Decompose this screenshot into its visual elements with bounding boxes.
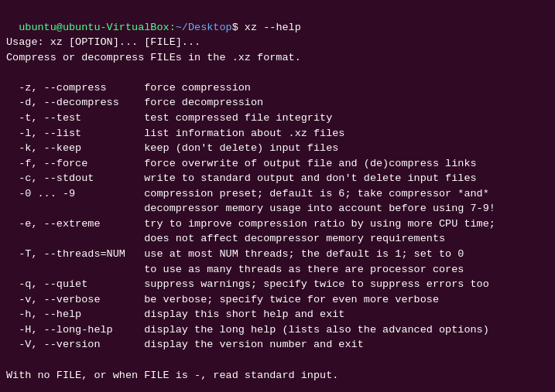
- output-line-blank-3: [6, 384, 12, 392]
- output-line-8: -f, --force force overwrite of output fi…: [6, 158, 477, 169]
- output-line-11: decompressor memory usage into account b…: [6, 203, 495, 214]
- output-line-14: -T, --threads=NUM use at most NUM thread…: [6, 248, 464, 260]
- output-line-blank-1: [6, 66, 12, 78]
- output-line-3: -z, --compress force compression: [6, 82, 251, 94]
- output-line-15: to use as many threads as there are proc…: [6, 264, 464, 275]
- output-line-5: -t, --test test compressed file integrit…: [6, 112, 332, 124]
- output-line-21: With no FILE, or when FILE is -, read st…: [6, 370, 338, 381]
- output-line-12: -e, --extreme try to improve compression…: [6, 218, 495, 230]
- output-line-9: -c, --stdout write to standard output an…: [6, 172, 477, 184]
- prompt-path: ~/Desktop: [176, 22, 232, 33]
- output-line-20: -V, --version display the version number…: [6, 339, 364, 350]
- output-line-16: -q, --quiet suppress warnings; specify t…: [6, 278, 489, 290]
- output-line-18: -h, --help display this short help and e…: [6, 308, 344, 320]
- output-line-6: -l, --list list information about .xz fi…: [6, 128, 344, 139]
- output-line-1: Usage: xz [OPTION]... [FILE]...: [6, 36, 200, 48]
- prompt-colon: :: [170, 22, 176, 33]
- prompt-dollar: $ xz --help: [232, 22, 301, 33]
- output-line-7: -k, --keep keep (don't delete) input fil…: [6, 142, 338, 154]
- output-line-2: Compress or decompress FILEs in the .xz …: [6, 52, 301, 63]
- output-line-17: -v, --verbose be verbose; specify twice …: [6, 294, 439, 305]
- output-line-10: -0 ... -9 compression preset; default is…: [6, 188, 489, 199]
- output-line-13: does not affect decompressor memory requ…: [6, 233, 445, 244]
- output-line-4: -d, --decompress force decompression: [6, 97, 263, 108]
- terminal-window: ubuntu@ubuntu-VirtualBox:~/Desktop$ xz -…: [0, 0, 555, 392]
- output-line-19: -H, --long-help display the long help (l…: [6, 324, 489, 336]
- output-line-blank-2: [6, 354, 12, 366]
- prompt-user: ubuntu@ubuntu-VirtualBox: [19, 22, 169, 33]
